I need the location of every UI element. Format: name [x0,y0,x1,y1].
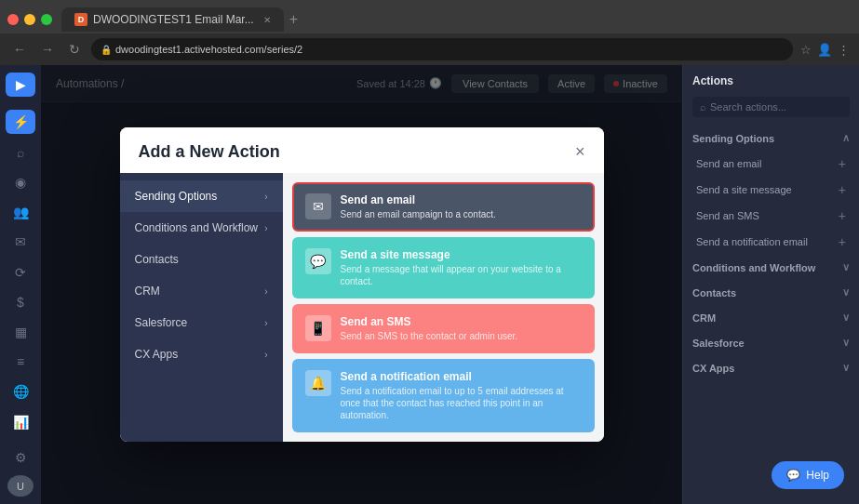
new-tab-button[interactable]: + [289,11,298,28]
sidebar-item-list[interactable]: ≡ [6,350,35,374]
sidebar-item-automations[interactable]: ⚡ [6,110,35,134]
action-card-notification[interactable]: 🔔 Send a notification email Send a notif… [292,359,595,432]
sidebar-item-settings[interactable]: ⚙ [6,445,35,470]
chevron-up-icon: ∧ [842,132,850,144]
chevron-down-icon: ∨ [842,337,850,349]
panel-section-contacts[interactable]: Contacts ∨ [692,283,850,302]
modal-menu-item-contacts[interactable]: Contacts [120,244,283,275]
search-icon: ⌕ [700,101,706,113]
sidebar-item-contacts[interactable]: ◉ [6,170,35,194]
modal-title: Add a New Action [139,142,280,162]
search-actions-input[interactable]: ⌕ Search actions... [692,97,850,117]
action-site-msg-title: Send a site message [341,248,582,261]
tab-close-btn[interactable]: ✕ [263,15,271,25]
sidebar-item-reports[interactable]: ▦ [6,320,35,344]
chevron-right-icon: › [264,350,267,360]
action-card-sms[interactable]: 📱 Send an SMS Send an SMS to the contact… [292,304,595,353]
add-icon[interactable]: + [839,208,846,223]
back-btn[interactable]: ← [9,40,30,59]
action-notification-title: Send a notification email [341,370,582,383]
panel-section-sending[interactable]: Sending Options ∧ [692,128,850,148]
url-text: dwoodingtest1.activehosted.com/series/2 [115,44,302,55]
right-panel-title: Actions [692,74,850,87]
panel-item-send-email[interactable]: Send an email + [692,153,850,174]
panel-item-send-site-message[interactable]: Send a site message + [692,179,850,200]
minimize-traffic-light[interactable] [24,14,35,25]
help-icon: 💬 [786,469,800,482]
action-card-site-message[interactable]: 💬 Send a site message Send a message tha… [292,237,595,298]
chevron-down-icon: ∨ [842,261,850,273]
modal-body: Sending Options › Conditions and Workflo… [120,173,604,442]
chevron-right-icon: › [264,286,267,297]
sidebar-item-deals[interactable]: $ [6,290,35,314]
modal: Add a New Action × Sending Options › Con… [120,127,604,442]
address-bar[interactable]: 🔒 dwoodingtest1.activehosted.com/series/… [91,38,793,60]
browser-tab[interactable]: D DWOODINGTEST1 Email Mar... ✕ [61,7,284,32]
traffic-lights [7,14,52,25]
panel-section-crm[interactable]: CRM ∨ [692,308,850,327]
maximize-traffic-light[interactable] [41,14,52,25]
sidebar-item-users[interactable]: 👥 [6,200,35,224]
site-message-icon: 💬 [305,248,331,274]
sidebar-brand-icon[interactable]: ▶ [6,73,35,97]
modal-header: Add a New Action × [120,127,604,173]
tab-label: DWOODINGTEST1 Email Mar... [93,13,254,26]
modal-close-button[interactable]: × [575,142,585,162]
nav-actions: ☆ 👤 ⋮ [800,43,850,57]
email-icon: ✉ [305,193,331,219]
modal-menu-item-sending-options[interactable]: Sending Options › [120,180,283,212]
sidebar-item-campaigns[interactable]: ⟳ [6,259,35,284]
star-icon[interactable]: ☆ [800,43,812,57]
sidebar: ▶ ⚡ ⌕ ◉ 👥 ✉ ⟳ $ ▦ ≡ 🌐 📊 ⚙ U [0,65,41,504]
panel-section-salesforce[interactable]: Salesforce ∨ [692,333,850,352]
avatar[interactable]: U [7,475,34,497]
panel-section-cx-apps[interactable]: CX Apps ∨ [692,358,850,378]
more-icon[interactable]: ⋮ [838,43,850,57]
action-site-msg-desc: Send a message that will appear on your … [341,263,582,287]
browser-chrome: D DWOODINGTEST1 Email Mar... ✕ + ← → ↻ 🔒… [0,0,859,65]
add-icon[interactable]: + [839,156,846,171]
panel-item-send-notification[interactable]: Send a notification email + [692,232,850,252]
main-content: Automations / Saved at 14:28 🕐 View Cont… [41,65,682,504]
modal-menu-item-conditions[interactable]: Conditions and Workflow › [120,212,283,244]
refresh-btn[interactable]: ↻ [65,40,84,59]
action-email-desc: Send an email campaign to a contact. [341,208,496,220]
chevron-right-icon: › [264,192,267,202]
tab-favicon: D [74,13,87,26]
action-email-title: Send an email [341,193,496,206]
forward-btn[interactable]: → [37,40,58,59]
panel-section-conditions[interactable]: Conditions and Workflow ∨ [692,258,850,277]
right-panel: Actions ⌕ Search actions... Sending Opti… [682,65,859,504]
panel-item-send-sms[interactable]: Send an SMS + [692,206,850,226]
modal-right-content: ✉ Send an email Send an email campaign t… [283,173,604,442]
sms-icon: 📱 [305,315,331,341]
sidebar-item-analytics[interactable]: 📊 [6,410,35,434]
chevron-down-icon: ∨ [842,286,850,298]
modal-menu-item-cx-apps[interactable]: CX Apps › [120,338,283,370]
help-button[interactable]: 💬 Help [772,461,844,489]
close-traffic-light[interactable] [7,14,19,25]
chevron-right-icon: › [264,223,267,233]
chevron-down-icon: ∨ [842,312,850,324]
sidebar-item-search[interactable]: ⌕ [6,139,35,164]
sidebar-item-web[interactable]: 🌐 [6,379,35,404]
lock-icon: 🔒 [101,45,112,55]
chevron-right-icon: › [264,318,267,328]
action-sms-title: Send an SMS [341,315,518,328]
app-layout: ▶ ⚡ ⌕ ◉ 👥 ✉ ⟳ $ ▦ ≡ 🌐 📊 ⚙ U Automations … [0,65,859,504]
profile-icon[interactable]: 👤 [817,43,832,57]
add-icon[interactable]: + [839,182,846,197]
modal-overlay[interactable]: Add a New Action × Sending Options › Con… [41,65,682,504]
add-icon[interactable]: + [839,234,846,249]
modal-left-menu: Sending Options › Conditions and Workflo… [120,173,283,442]
action-card-email[interactable]: ✉ Send an email Send an email campaign t… [292,182,595,232]
chevron-down-icon: ∨ [842,362,850,374]
modal-menu-item-salesforce[interactable]: Salesforce › [120,307,283,338]
sidebar-item-email[interactable]: ✉ [6,230,35,254]
notification-icon: 🔔 [305,370,331,396]
action-sms-desc: Send an SMS to the contact or admin user… [341,330,518,342]
modal-menu-item-crm[interactable]: CRM › [120,275,283,307]
action-notification-desc: Send a notification email to up to 5 ema… [341,385,582,421]
